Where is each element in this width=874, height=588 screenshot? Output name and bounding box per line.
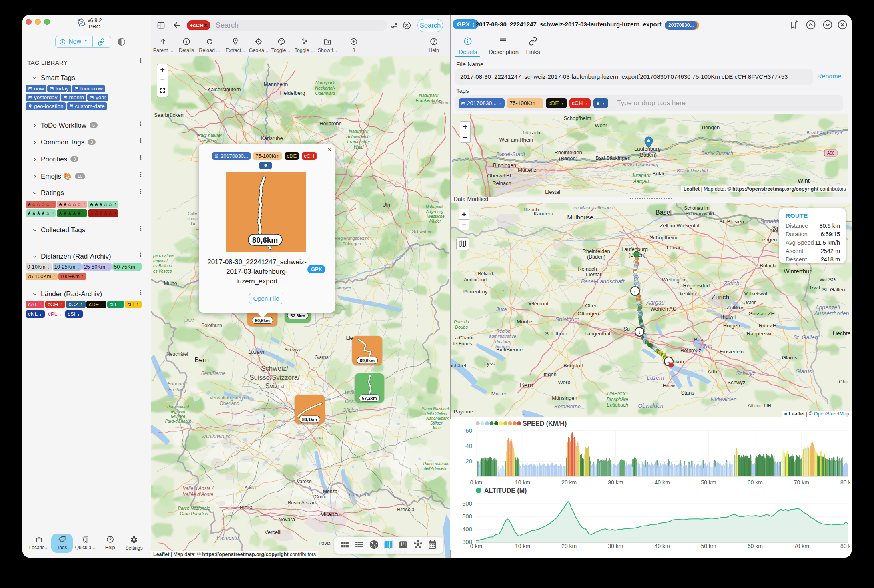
svg-text:(Baden): (Baden) [559, 155, 577, 161]
svg-text:- Nationalpark: - Nationalpark [424, 416, 449, 421]
svg-text:Naturpark: Naturpark [315, 80, 335, 85]
svg-text:Piemonte: Piemonte [217, 535, 239, 541]
svg-text:Muttenz: Muttenz [518, 167, 536, 173]
svg-text:Milano: Milano [320, 511, 338, 518]
svg-text:Neckartal-: Neckartal- [315, 86, 335, 90]
svg-text:Naturpark: Naturpark [426, 205, 444, 209]
svg-text:60: 60 [465, 427, 472, 434]
svg-text:Weil am Rhein: Weil am Rhein [499, 137, 533, 143]
svg-text:Valle d’Aosta /: Valle d’Aosta / [183, 486, 214, 491]
svg-text:régional: régional [171, 409, 185, 414]
svg-text:↓: ↓ [638, 329, 641, 335]
svg-text:Wehr: Wehr [595, 122, 607, 128]
svg-text:Suisse/Svizzera/: Suisse/Svizzera/ [249, 374, 300, 381]
svg-text:Varese: Varese [297, 479, 311, 484]
svg-text:Odenwald: Odenwald [315, 91, 335, 96]
svg-text:Mulho: Mulho [164, 281, 177, 286]
svg-text:400: 400 [462, 526, 472, 532]
svg-text:Naturpark: Naturpark [419, 93, 439, 98]
svg-text:(Baden): (Baden) [638, 152, 657, 158]
svg-text:20 km: 20 km [561, 543, 577, 549]
svg-text:Neuchâtel: Neuchâtel [166, 351, 188, 357]
svg-text:Fribourg/: Fribourg/ [168, 381, 188, 387]
svg-text:89,6km: 89,6km [360, 358, 375, 363]
svg-text:Kaiserslautern: Kaiserslautern [207, 86, 241, 92]
svg-text:Parco Nazionale: Parco Nazionale [178, 506, 210, 510]
svg-text:Aargau: Aargau [633, 179, 649, 184]
svg-text:Lörrach: Lörrach [523, 130, 540, 136]
svg-text:70 km: 70 km [794, 543, 809, 549]
svg-text:régional: régional [153, 259, 168, 263]
svg-text:Glarus: Glarus [314, 355, 328, 360]
svg-text:es Ballons: es Ballons [153, 264, 172, 268]
svg-text:Grigion: Grigion [343, 407, 358, 413]
svg-text:Luzern: Luzern [248, 349, 264, 355]
svg-text:80,6km: 80,6km [255, 318, 270, 323]
svg-text:Gran Paradiso: Gran Paradiso [180, 511, 208, 516]
svg-text:Solothurn: Solothurn [201, 323, 222, 328]
svg-text:Bezirk Zurzach: Bezirk Zurzach [701, 151, 733, 156]
svg-text:40 km: 40 km [654, 479, 670, 486]
svg-text:Vallée d’Aoste: Vallée d’Aoste [183, 492, 214, 497]
svg-text:Pays-d'Enhaut: Pays-d'Enhaut [165, 419, 192, 423]
svg-text:Oberland: Oberland [219, 401, 239, 406]
svg-text:Heilbronn: Heilbronn [319, 120, 342, 126]
svg-text:Augsburg: Augsburg [426, 209, 443, 214]
svg-text:Saarbrücken: Saarbrücken [154, 112, 184, 118]
svg-text:70 km: 70 km [794, 479, 809, 486]
svg-text:Rheinfelden: Rheinfelden [554, 149, 582, 155]
svg-text:30 km: 30 km [608, 479, 623, 486]
svg-text:Reinach: Reinach [492, 180, 511, 186]
svg-text:régional: régional [202, 138, 218, 143]
svg-text:Joch: Joch [431, 426, 441, 430]
svg-text:europ: europ [187, 217, 198, 221]
svg-text:Gris: Gris [345, 399, 354, 404]
svg-text:Lombardia: Lombardia [349, 492, 372, 498]
svg-text:Parc naturel: Parc naturel [167, 405, 189, 409]
svg-text:Gruyère: Gruyère [171, 414, 186, 419]
svg-text:Bezirk Andelfinger: Bezirk Andelfinger [807, 130, 843, 135]
svg-text:Tiengen: Tiengen [701, 124, 720, 130]
svg-text:Aosta: Aosta [245, 485, 256, 490]
svg-text:Parco naturale: Parco naturale [423, 462, 449, 466]
svg-text:10 km: 10 km [515, 543, 530, 549]
svg-text:Bezirk-Dielsdorf: Bezirk-Dielsdorf [677, 168, 708, 173]
svg-text:Schwyz: Schwyz [284, 347, 301, 353]
svg-text:d'A: d'A [190, 222, 195, 226]
svg-text:densee: densee [337, 285, 351, 290]
svg-text:- Westliche: - Westliche [425, 214, 445, 219]
svg-text:Ulm: Ulm [382, 202, 391, 208]
svg-text:Colle: Colle [188, 211, 197, 216]
svg-text:Freiburg: Freiburg [168, 387, 186, 393]
svg-text:Valais/Wallis: Valais/Wallis [201, 433, 231, 439]
svg-text:Fränkischer: Fränkischer [347, 139, 371, 144]
svg-text:80,6km: 80,6km [252, 236, 278, 244]
svg-text:0 km: 0 km [470, 543, 482, 549]
svg-text:Liestal: Liestal [545, 189, 560, 195]
svg-text:←: ← [633, 288, 638, 294]
svg-text:80 km: 80 km [840, 479, 850, 486]
svg-text:dell'Adamello-: dell'Adamello- [424, 466, 449, 471]
svg-text:SPEED (KM/H): SPEED (KM/H) [523, 420, 567, 427]
svg-text:parc naturel: parc naturel [153, 253, 175, 258]
svg-text:80 km: 80 km [840, 543, 850, 549]
svg-text:Vercelli: Vercelli [265, 529, 281, 535]
svg-text:500: 500 [462, 513, 472, 520]
svg-text:Bern: Bern [194, 356, 209, 364]
svg-text:Heidelberg: Heidelberg [280, 90, 305, 96]
svg-text:Jura: Jura [185, 318, 195, 323]
svg-text:Wald: Wald [354, 144, 364, 149]
svg-text:Svizra: Svizra [265, 382, 284, 390]
svg-text:Wälder: Wälder [428, 219, 441, 223]
svg-text:Como: Como [315, 494, 327, 500]
svg-text:30 km: 30 km [608, 543, 623, 549]
svg-text:60 km: 60 km [748, 543, 763, 549]
svg-text:Basel-Stadt: Basel-Stadt [496, 151, 525, 157]
svg-text:dello Stelvio: dello Stelvio [425, 411, 447, 416]
svg-text:Bad Säckingen: Bad Säckingen [595, 155, 630, 161]
svg-text:Schopfheim: Schopfheim [564, 115, 591, 121]
svg-text:Mannheim: Mannheim [264, 81, 288, 87]
svg-text:Wint: Wint [798, 177, 810, 184]
svg-text:Monza: Monza [323, 489, 337, 494]
svg-text:600: 600 [462, 500, 472, 507]
